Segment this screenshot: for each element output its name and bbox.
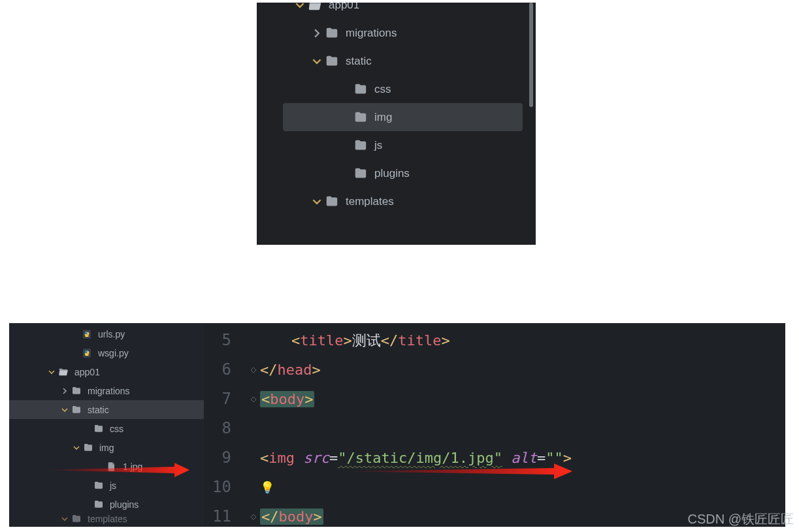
tree-item-label: js — [374, 139, 382, 152]
chevron-down-icon[interactable] — [60, 407, 69, 413]
chevron-down-icon[interactable] — [295, 3, 305, 10]
tree-item-label: app01 — [329, 3, 359, 12]
tree-item[interactable]: templates — [9, 514, 204, 524]
code-editor[interactable]: <title>测试</title> </head> <body> <img sr… — [240, 323, 785, 527]
folder-icon — [325, 54, 339, 69]
line-number: 6 — [204, 355, 231, 384]
tree-item[interactable]: migrations — [9, 381, 204, 400]
file-icon — [106, 461, 118, 473]
tree-item-label: templates — [88, 514, 127, 524]
chevron-down-icon[interactable] — [72, 445, 81, 451]
tree-item-label: img — [99, 443, 114, 453]
tree-item-label: css — [110, 424, 123, 434]
alt-attr-value: "" — [546, 450, 563, 466]
tree-item[interactable]: plugins — [283, 159, 523, 187]
folder-icon — [82, 442, 94, 454]
folder-icon — [353, 138, 368, 153]
code-line — [240, 414, 785, 443]
tree-item[interactable]: static — [283, 47, 523, 75]
tree-item-label: css — [374, 83, 391, 96]
code-line: <img src="/static/img/1.jpg" alt=""> — [240, 443, 785, 473]
line-number-gutter: 567891011 — [204, 323, 240, 527]
title-text: 测试 — [352, 331, 381, 351]
tree-item-label: plugins — [374, 167, 410, 180]
tree-item[interactable]: migrations — [283, 19, 523, 47]
folder-icon — [93, 480, 105, 492]
python-file-icon — [81, 328, 93, 340]
tree-item[interactable]: plugins — [9, 495, 204, 514]
tree-item[interactable]: app01 — [9, 362, 204, 381]
tree-item-label: img — [374, 111, 392, 124]
tree-item[interactable]: img — [9, 438, 204, 457]
code-line: <body> — [240, 384, 785, 414]
folder-icon — [93, 423, 105, 435]
fold-icon[interactable] — [247, 513, 260, 521]
folder-icon — [325, 26, 339, 40]
tree-item[interactable]: templates — [283, 187, 523, 215]
tree-item-label: static — [346, 55, 372, 68]
tree-item-label: plugins — [110, 499, 139, 510]
tree-item[interactable]: img — [283, 103, 523, 131]
tree-item[interactable]: js — [283, 131, 523, 159]
tree-item-label: js — [110, 480, 116, 491]
chevron-down-icon[interactable] — [312, 197, 322, 206]
tree-item[interactable]: wsgi.py — [9, 343, 204, 362]
folder-icon — [353, 82, 368, 97]
python-file-icon — [81, 347, 93, 359]
tree-item-label: 1.jpg — [123, 462, 142, 472]
tree-item[interactable]: urls.py — [9, 324, 204, 343]
src-attr-value: "/static/img/1.jpg" — [338, 450, 502, 466]
tree-item[interactable]: css — [9, 419, 204, 438]
folder-icon — [325, 195, 339, 209]
ide-panel: urls.py wsgi.py app01 migrations static … — [9, 323, 785, 527]
chevron-right-icon[interactable] — [60, 388, 69, 394]
line-number: 7 — [204, 384, 231, 414]
tree-item-label: migrations — [346, 27, 397, 40]
folder-open-icon — [308, 3, 322, 12]
folder-icon — [71, 385, 82, 397]
chevron-down-icon[interactable] — [47, 369, 56, 375]
tree-item-label: migrations — [88, 386, 130, 396]
tree-item-label: static — [88, 405, 109, 415]
code-line: </head> — [240, 355, 785, 384]
fold-icon[interactable] — [247, 366, 260, 374]
folder-icon — [71, 514, 82, 524]
code-line: <title>测试</title> — [240, 326, 785, 355]
folder-icon — [93, 499, 105, 510]
tree-item-label: app01 — [74, 367, 100, 377]
line-number: 11 — [204, 502, 231, 527]
tree-item-label: templates — [346, 195, 394, 208]
watermark: CSDN @铁匠匠匠 — [687, 510, 794, 528]
file-tree-panel-side: urls.py wsgi.py app01 migrations static … — [9, 323, 204, 527]
line-number: 10 — [204, 473, 231, 502]
folder-icon — [353, 110, 368, 125]
lightbulb-icon[interactable]: 💡 — [260, 480, 274, 494]
line-number: 8 — [204, 414, 231, 443]
tree-item[interactable]: static — [9, 400, 204, 419]
tree-item[interactable]: css — [283, 75, 523, 103]
fold-icon[interactable] — [247, 396, 260, 403]
line-number: 9 — [204, 443, 231, 473]
tree-item[interactable]: app01 — [283, 3, 523, 19]
folder-open-icon — [57, 366, 69, 378]
chevron-down-icon[interactable] — [60, 516, 69, 522]
chevron-down-icon[interactable] — [312, 57, 322, 66]
tree-item-label: wsgi.py — [98, 348, 129, 358]
folder-icon — [353, 166, 368, 181]
code-line: 💡 — [240, 473, 785, 502]
folder-icon — [71, 404, 82, 416]
chevron-right-icon[interactable] — [312, 29, 322, 38]
tree-item[interactable]: js — [9, 476, 204, 495]
line-number: 5 — [204, 326, 231, 355]
file-tree-panel-top: wsgi.py app01 migrations static css img … — [257, 3, 536, 245]
tree-item[interactable]: 1.jpg — [9, 457, 204, 476]
tree-item-label: urls.py — [98, 329, 125, 339]
